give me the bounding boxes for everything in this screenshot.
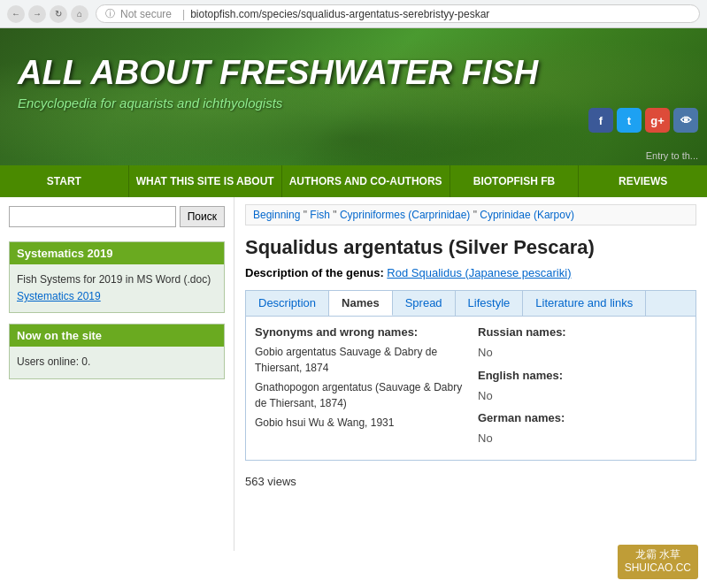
watermark-line1: 龙霸 水草 — [625, 548, 691, 551]
sidebar: Поиск Systematics 2019 Fish Systems for … — [0, 197, 234, 551]
forward-button[interactable]: → — [28, 5, 46, 23]
synonyms-title: Synonyms and wrong names: — [255, 325, 464, 339]
tabs-bar: Description Names Spread Lifestyle Liter… — [245, 290, 696, 317]
english-value: No — [478, 387, 680, 405]
online-title: Now on the site — [10, 325, 224, 347]
watermark: 龙霸 水草 SHUICAO.CC — [618, 545, 698, 551]
breadcrumb-fish[interactable]: Fish — [310, 209, 330, 221]
url-text: biotopfish.com/species/squalidus-argenta… — [190, 8, 489, 20]
main-layout: Поиск Systematics 2019 Fish Systems for … — [0, 197, 707, 551]
description-line: Description of the genus: Rod Squalidus … — [245, 266, 696, 279]
nav-authors[interactable]: AUTHORS AND CO-AUTHORS — [282, 165, 450, 197]
site-header: ALL ABOUT FRESHWATER FISH Encyclopedia f… — [0, 28, 707, 165]
address-bar[interactable]: ⓘ Not secure | biotopfish.com/species/sq… — [96, 4, 700, 23]
synonyms-col: Synonyms and wrong names: Gobio argentat… — [255, 325, 471, 451]
systematics-body: Fish Systems for 2019 in MS Word (.doc) … — [10, 264, 224, 312]
tab-literature[interactable]: Literature and links — [523, 291, 646, 316]
nav-start[interactable]: START — [0, 165, 129, 197]
systematics-section: Systematics 2019 Fish Systems for 2019 i… — [9, 241, 225, 313]
online-text: Users online: 0. — [17, 355, 90, 368]
russian-value: No — [478, 344, 680, 362]
russian-title: Russian names: — [478, 325, 680, 339]
not-secure-label: Not secure — [120, 8, 172, 20]
tab-description[interactable]: Description — [246, 291, 329, 316]
breadcrumb-cypriniformes[interactable]: Cypriniformes (Carprinidae) — [340, 209, 470, 221]
description-label: Description of the genus: — [245, 266, 384, 279]
breadcrumb-sep2: " — [333, 209, 340, 221]
back-button[interactable]: ← — [7, 5, 25, 23]
online-body: Users online: 0. — [10, 347, 224, 378]
nav-reviews[interactable]: REVIEWS — [579, 165, 707, 197]
page-title: Squalidus argentatus (Silver Pescara) — [245, 236, 696, 259]
main-content: Beginning " Fish " Cypriniformes (Carpri… — [234, 197, 707, 551]
systematics-text: Fish Systems for 2019 in MS Word (.doc) — [17, 273, 211, 286]
site-title: ALL ABOUT FRESHWATER FISH — [18, 55, 689, 92]
entry-to-text: Entry to th... — [646, 150, 698, 161]
tab-spread[interactable]: Spread — [393, 291, 456, 316]
synonym-3: Gobio hsui Wu & Wang, 1931 — [255, 415, 464, 431]
reload-button[interactable]: ↻ — [50, 5, 67, 23]
other-names-col: Russian names: No English names: No Germ… — [471, 325, 687, 451]
header-content: ALL ABOUT FRESHWATER FISH Encyclopedia f… — [0, 28, 707, 119]
home-button[interactable]: ⌂ — [71, 5, 88, 23]
tab-names[interactable]: Names — [329, 291, 393, 316]
names-grid: Synonyms and wrong names: Gobio argentat… — [255, 325, 687, 451]
tab-content-names: Synonyms and wrong names: Gobio argentat… — [245, 317, 696, 461]
description-link[interactable]: Rod Squalidus (Japanese pescariki) — [387, 266, 571, 279]
breadcrumb: Beginning " Fish " Cypriniformes (Carpri… — [245, 204, 696, 225]
separator: | — [182, 8, 185, 20]
synonym-1: Gobio argentatus Sauvage & Dabry de Thie… — [255, 344, 464, 376]
search-button[interactable]: Поиск — [180, 206, 225, 227]
search-input[interactable] — [9, 206, 176, 227]
search-row: Поиск — [9, 206, 225, 227]
tab-lifestyle[interactable]: Lifestyle — [456, 291, 524, 316]
browser-nav-icons: ← → ↻ ⌂ — [7, 5, 88, 23]
lock-icon: ⓘ — [105, 7, 115, 20]
site-subtitle: Encyclopedia for aquarists and ichthyolo… — [18, 95, 689, 111]
synonym-2: Gnathopogon argentatus (Sauvage & Dabry … — [255, 379, 464, 411]
systematics-link[interactable]: Systematics 2019 — [17, 290, 101, 302]
views-count: 563 views — [245, 475, 696, 488]
german-title: German names: — [478, 411, 680, 424]
english-title: English names: — [478, 369, 680, 382]
nav-about[interactable]: WHAT THIS SITE IS ABOUT — [129, 165, 282, 197]
browser-bar: ← → ↻ ⌂ ⓘ Not secure | biotopfish.com/sp… — [0, 0, 707, 28]
systematics-title: Systematics 2019 — [10, 242, 224, 264]
breadcrumb-beginning[interactable]: Beginning — [253, 209, 300, 221]
nav-bar: START WHAT THIS SITE IS ABOUT AUTHORS AN… — [0, 165, 707, 197]
online-section: Now on the site Users online: 0. — [9, 324, 225, 378]
nav-fb[interactable]: BIOTOPFISH FB — [450, 165, 580, 197]
breadcrumb-cyprinidae[interactable]: Cyprinidae (Karpov) — [480, 209, 574, 221]
german-value: No — [478, 430, 680, 447]
